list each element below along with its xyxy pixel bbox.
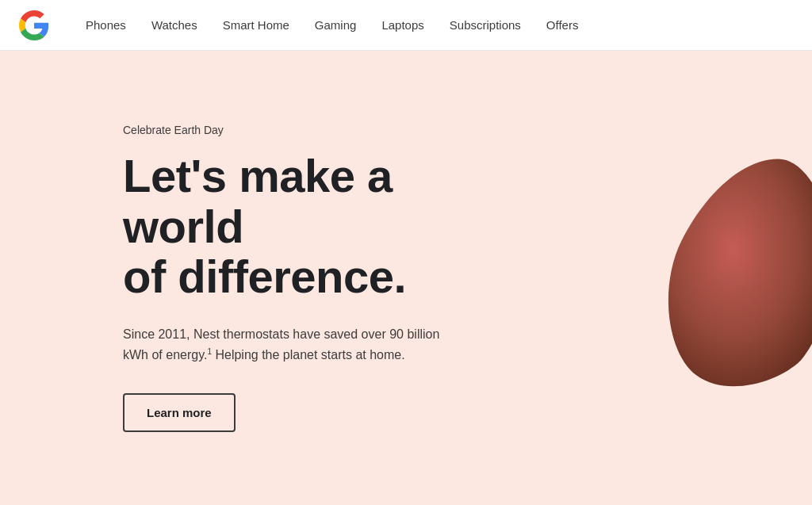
nav-phones[interactable]: Phones (75, 12, 137, 38)
hero-headline: Let's make a world of difference. (123, 151, 523, 302)
site-header: Phones Watches Smart Home Gaming Laptops… (0, 0, 812, 51)
nav-smart-home[interactable]: Smart Home (212, 12, 301, 38)
nav-watches[interactable]: Watches (140, 12, 209, 38)
google-logo[interactable] (19, 10, 49, 40)
nav-offers[interactable]: Offers (535, 12, 590, 38)
main-nav: Phones Watches Smart Home Gaming Laptops… (75, 12, 589, 38)
hero-eyebrow: Celebrate Earth Day (123, 124, 523, 136)
hero-subtext: Since 2011, Nest thermostats have saved … (123, 324, 464, 365)
learn-more-button[interactable]: Learn more (123, 393, 236, 432)
nav-laptops[interactable]: Laptops (370, 12, 435, 38)
hero-product-image (661, 151, 812, 405)
hero-headline-line1: Let's make a world (123, 150, 393, 252)
hero-subtext-suffix: Helping the planet starts at home. (212, 348, 405, 362)
hero-headline-line2: of difference. (123, 251, 406, 302)
hero-section: Celebrate Earth Day Let's make a world o… (0, 51, 812, 505)
hero-content: Celebrate Earth Day Let's make a world o… (0, 124, 523, 433)
nav-gaming[interactable]: Gaming (304, 12, 368, 38)
nav-subscriptions[interactable]: Subscriptions (439, 12, 532, 38)
